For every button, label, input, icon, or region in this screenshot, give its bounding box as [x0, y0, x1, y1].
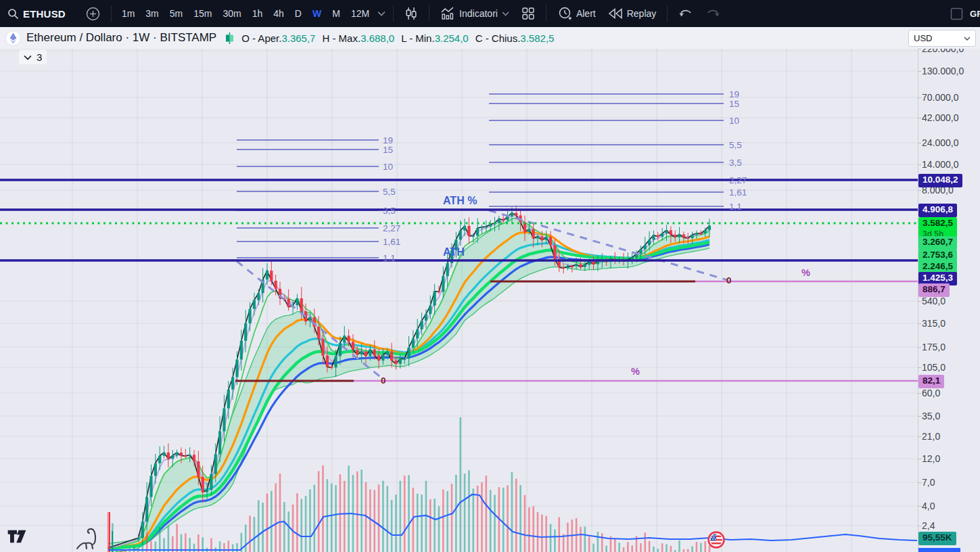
axis-tick-label: 42.000,0 [922, 112, 959, 123]
timeframe-1m[interactable]: 1m [116, 5, 140, 22]
toolbar-separator [111, 5, 112, 22]
toolbar-right: GRA [950, 0, 980, 27]
compare-add-button[interactable] [80, 4, 106, 23]
timeframe-5m[interactable]: 5m [164, 5, 188, 22]
search-icon [7, 8, 19, 20]
timeframe-15m[interactable]: 15m [188, 5, 217, 22]
toolbar-separator [429, 5, 429, 22]
replay-button[interactable]: Replay [602, 4, 663, 23]
timeframe-12M[interactable]: 12M [346, 5, 375, 22]
chevron-down-icon [24, 55, 32, 60]
axis-tick-label: 175,0 [922, 342, 946, 352]
fib-level-label: 15 [729, 99, 739, 109]
fib-zero-label: 0 [726, 275, 732, 285]
toolbar-separator [546, 5, 546, 22]
ath-label: ATH [443, 246, 465, 258]
price-chart[interactable] [0, 0, 980, 552]
tradingview-logo[interactable] [7, 528, 27, 545]
timeframe-1h[interactable]: 1h [247, 5, 269, 22]
redo-button[interactable] [699, 4, 726, 23]
axis-tick-label: 105,0 [922, 362, 946, 373]
fib-level-label: 2,27 [729, 175, 747, 185]
fib-level-label: 10 [383, 162, 393, 172]
axis-tick-label: 60,0 [922, 388, 940, 398]
currency-select[interactable]: USD [908, 30, 976, 47]
layout-grid-button[interactable] [515, 4, 541, 23]
indicators-icon [440, 7, 455, 20]
chevron-down-icon [502, 12, 509, 16]
axis-price-badge: 95,55K [918, 532, 956, 545]
timeframe-menu-button[interactable] [375, 4, 388, 23]
symbol-name: ETHUSD [23, 8, 66, 20]
candles-icon [404, 7, 418, 20]
alert-clock-icon [557, 6, 572, 21]
axis-tick-label: 35,0 [922, 411, 940, 421]
toolbar-separator [667, 5, 668, 22]
candle-change-icon [225, 32, 235, 44]
fib-level-label: 3,5 [383, 206, 396, 216]
undo-button[interactable] [672, 4, 699, 23]
axis-price-badge: 3.260,7 [918, 236, 957, 250]
timeframe-row: 1m3m5m15m30m1h4hDWM12M [116, 5, 375, 22]
axis-price-badge: 886,7 [918, 283, 950, 297]
plot-area [0, 27, 918, 552]
alert-label: Alert [576, 8, 596, 19]
fib-level-label: 5,5 [729, 140, 742, 150]
toolbar-separator [393, 5, 394, 22]
symbol-title[interactable]: Ethereum / Dollaro · 1W · BITSTAMP [26, 31, 216, 45]
fib-level-label: 1,1 [383, 253, 396, 263]
timeframe-30m[interactable]: 30m [217, 5, 246, 22]
axis-tick-label: 2,4 [922, 520, 935, 531]
axis-tick-label: 70.000,0 [922, 92, 959, 103]
ohlc-item: H - Max.3.688,0 [322, 32, 394, 44]
axis-tick-label: 24.000,0 [922, 137, 959, 148]
volume-ma-axis-label [918, 548, 960, 552]
right-panel-label: GRA [970, 9, 980, 19]
axis-tick-label: 540,0 [922, 296, 946, 306]
axis-price-badge: 4.906,8 [918, 204, 957, 217]
indicators-label: Indicatori [459, 8, 498, 19]
replay-label: Replay [627, 8, 657, 19]
chevron-down-icon [377, 11, 386, 16]
checkbox-square-icon[interactable] [950, 7, 963, 20]
replay-icon [608, 8, 623, 19]
axis-tick-label: 21,0 [922, 431, 940, 442]
fib-level-label: 19 [383, 135, 393, 145]
axis-tick-label: 315,0 [922, 318, 946, 329]
top-toolbar: ETHUSD 1m3m5m15m30m1h4hDWM12M [0, 0, 980, 27]
percent-label: % [801, 267, 810, 278]
fib-level-label: 15 [383, 145, 393, 155]
fib-zero-label: 0 [381, 375, 386, 386]
timeframe-M[interactable]: M [327, 5, 346, 22]
axis-tick-label: 130.000,0 [922, 66, 964, 76]
timeframe-3m[interactable]: 3m [140, 5, 164, 22]
timeframe-D[interactable]: D [289, 5, 307, 22]
alert-button[interactable]: Alert [551, 4, 602, 23]
fib-level-label: 1,1 [729, 202, 742, 212]
symbol-search-button[interactable]: ETHUSD [1, 4, 72, 23]
fib-level-label: 19 [729, 89, 739, 99]
indicators-button[interactable]: Indicatori [434, 4, 515, 23]
legend-collapse-toggle[interactable]: 3 [19, 50, 47, 64]
fib-level-label: 3,5 [729, 158, 742, 168]
timeframe-4h[interactable]: 4h [268, 5, 289, 22]
ohlc-item: L - Min.3.254,0 [401, 32, 469, 44]
fib-level-label: 1,61 [383, 237, 400, 247]
plus-circle-icon [86, 7, 100, 21]
fib-level-label: 1,61 [729, 187, 747, 198]
ohlc-item: C - Chius.3.582,5 [475, 32, 555, 44]
undo-arrow-icon [678, 7, 693, 20]
grid-layout-icon [521, 7, 535, 20]
axis-tick-label: 12,0 [922, 453, 940, 464]
fib-level-label: 5,5 [383, 187, 396, 197]
chart-style-button[interactable] [398, 4, 424, 23]
chevron-down-icon [964, 37, 971, 41]
us-flag-event-icon[interactable] [706, 530, 726, 550]
axis-tick-label: 14.000,0 [922, 159, 959, 170]
timeframe-W[interactable]: W [307, 5, 327, 22]
axis-price-badge: 82,1 [918, 375, 944, 388]
dinosaur-sticker[interactable] [76, 526, 99, 551]
axis-price-badge: 10.048,2 [918, 174, 962, 187]
tradingview-window: ETHUSD 1m3m5m15m30m1h4hDWM12M [0, 0, 980, 552]
symbol-info-bar: Ethereum / Dollaro · 1W · BITSTAMP O - A… [0, 27, 980, 49]
